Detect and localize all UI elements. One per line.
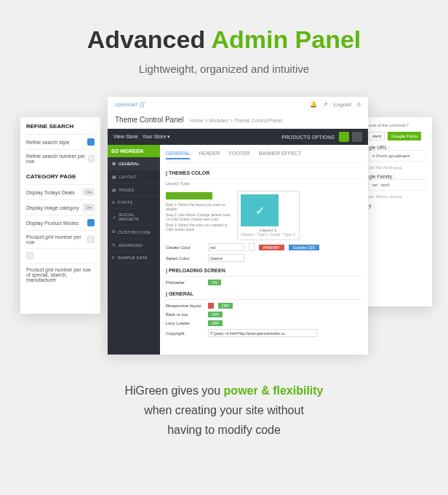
label-google-url: gle URL : [369,145,426,150]
store-bar: View Store Your Store ▾ PRODUCTS OPTIONS [108,129,368,145]
layout-sub: (Header - Type 1, Footer - Type 1) [241,232,296,237]
logout-link[interactable]: Logout [334,101,351,108]
footer-text: HiGreen gives you power & flexibility wh… [0,381,448,440]
sidebar: SO HIGREEN ⚙GENERAL ▦LAYOUT ▤PAGES AFONT… [108,145,160,355]
tab-general[interactable]: GENERAL [166,151,190,159]
hero-title: Advanced Admin Panel [0,0,448,54]
label-google-family: gle Family : [369,174,426,179]
input-google-url[interactable]: s://fonts.googleapis [369,150,426,162]
row-lazy: Lazy LoaderOFF [166,320,362,326]
layout-icon: ▦ [112,174,116,179]
card-fonts-settings: one of the common f dard Google Fonts gl… [363,117,432,306]
sidebar-item-custom[interactable]: ⧉CUSTOM CODE [108,226,160,239]
label-y: y [369,203,426,208]
gear-icon: ⚙ [112,161,116,166]
sidebar-item-layout[interactable]: ▦LAYOUT [108,170,160,183]
store-select[interactable]: Your Store ▾ [142,134,170,139]
toggle-backtotop[interactable]: OFF [208,312,223,317]
sidebar-brand: SO HIGREEN [108,145,160,157]
save-button[interactable] [339,132,349,142]
sidebar-item-fonts[interactable]: AFONTS [108,197,160,209]
row-refine-number: Refine search number per row [26,149,95,167]
checkbox-icon[interactable] [87,219,95,226]
sidebar-item-general[interactable]: ⚙GENERAL [108,157,160,170]
step-2: Step 2: Use Admin Change default color O… [166,213,231,221]
label-layout-type: Layout Type [166,179,362,188]
row-select-color: Select Color Green ▾ [166,254,362,262]
row-create-color: Create Color red PRIMARY Compile CSS [166,243,362,251]
bell-icon[interactable]: 🔔 [310,101,317,108]
wrench-icon: ✎ [112,242,116,248]
tab-header[interactable]: HEADER [199,151,220,159]
tab-banner[interactable]: BANNER EFFECT [259,151,301,159]
create-color-button[interactable]: + CREATE NEW COLOR [166,192,212,199]
content-panel: GENERAL HEADER FOOTER BANNER EFFECT | TH… [160,145,368,355]
hint-family: ple: Roboto, sans-se [369,194,426,199]
checkbox-icon[interactable] [87,138,95,146]
row-copyright: Copyright© {year} <a href='http://www.op… [166,329,362,337]
row-grid-special: Product grid number per row of special, … [26,263,95,286]
layout-preview [241,194,279,226]
number-input[interactable] [88,155,95,162]
section-themes-color: | THEMES COLOR [166,167,362,179]
hero-subtitle: Lightweight, organized and intuitive [0,63,448,75]
page-title: Theme Control Panel Home > Modules > The… [108,111,368,129]
toggle[interactable]: On [83,189,95,196]
card-theme-control: opencart 🛒 🔔 ↗ Logout ⎋ Theme Control Pa… [108,97,368,353]
logout-icon[interactable]: ⎋ [357,101,361,108]
row-image-category: Display image categoryOn [26,199,95,215]
share-icon[interactable]: ↗ [323,101,328,108]
logo-opencart: opencart 🛒 [115,101,146,108]
sidebar-item-social[interactable]: ↗SOCIAL WIDGETS [108,209,160,226]
step-3: Step 3: Select the color you created in … [166,223,231,231]
data-icon: ≡ [112,256,115,260]
share-icon: ↗ [112,215,116,220]
page-icon: ▤ [112,187,116,192]
row-backtotop: Back to topOFF [166,312,362,317]
row-responsive: Responsive layoutOFF [166,303,362,309]
section-category-page: CATEGORY PAGE [26,173,95,180]
topbar: opencart 🛒 🔔 ↗ Logout ⎋ [108,97,368,111]
cancel-button[interactable] [352,132,362,142]
cart-icon: 🛒 [139,101,146,108]
screenshots-cluster: REFINE SEARCH Refine search style Refine… [0,97,448,359]
layout-card[interactable]: Layout 1 (Header - Type 1, Footer - Type… [237,191,300,240]
select-color-dropdown[interactable]: Green ▾ [208,254,244,262]
copyright-input[interactable]: © {year} <a href='http://www.opencartwor… [208,329,317,337]
section-general: | GENERAL [166,288,362,300]
row-refine-style: Refine search style [26,134,95,149]
tab-footer[interactable]: FOOTER [229,151,250,159]
code-icon: ⧉ [112,229,115,234]
card-search-settings: REFINE SEARCH Refine search style Refine… [20,117,100,314]
input-google-family[interactable]: ter', serif; [369,179,426,191]
number-input[interactable] [26,252,33,259]
sidebar-item-sample[interactable]: ≡SAMPLE DATA [108,252,160,264]
color-swatch[interactable] [249,243,255,251]
toggle-responsive[interactable]: OFF [218,303,233,309]
intro-text: one of the common f [369,123,426,127]
tab-google-fonts[interactable]: Google Fonts [388,132,421,140]
toggle-preloader[interactable]: ON [208,280,221,285]
row-preloader: PreloaderON [166,280,362,285]
font-icon: A [112,200,115,205]
compile-button[interactable]: Compile CSS [289,245,319,250]
hint-url: ple: http://fonts.goog [369,165,426,170]
primary-badge[interactable]: PRIMARY [259,245,284,250]
toggle[interactable]: On [83,204,95,211]
section-refine-search: REFINE SEARCH [26,123,95,130]
breadcrumb: Home > Modules > Theme Control Panel [190,118,282,123]
sidebar-item-pages[interactable]: ▤PAGES [108,183,160,197]
create-color-input[interactable]: red [208,243,244,251]
number-input[interactable] [87,236,95,243]
tab-standard[interactable]: dard [369,132,385,140]
section-preloading: | PRELOADING SCREEN [166,265,362,277]
toggle-lazy[interactable]: OFF [208,320,223,326]
row-product-modes: Display Product Modes [26,215,95,230]
sidebar-item-advanced[interactable]: ✎ADVANCED [108,239,160,252]
row-todays-deals: Display Todays DealsOn [26,184,95,199]
step-1: Step 1: Select the layout you want to di… [166,202,231,211]
row-grid-number: Product grid number per row [26,230,95,248]
